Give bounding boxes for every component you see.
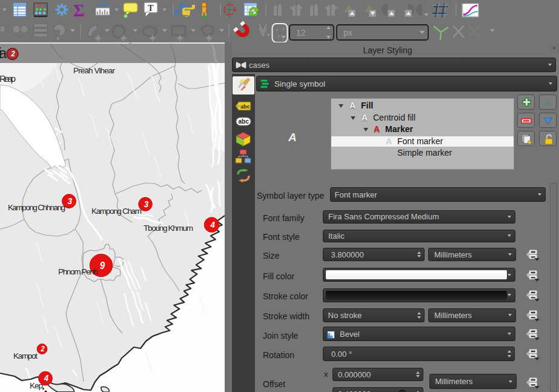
svg-text:ia: ia <box>0 45 7 61</box>
svg-text:2: 2 <box>10 50 15 58</box>
svg-text:Preah Vihear: Preah Vihear <box>73 66 116 75</box>
svg-text:3: 3 <box>144 199 148 209</box>
svg-text:9: 9 <box>100 261 105 271</box>
svg-text:Tboung Khmum: Tboung Khmum <box>144 224 193 233</box>
svg-text:2: 2 <box>40 345 44 353</box>
svg-text:12: 12 <box>296 28 306 38</box>
svg-text:abc: abc <box>239 118 250 125</box>
svg-text:px: px <box>343 28 352 38</box>
svg-text:Σ: Σ <box>73 1 85 20</box>
svg-text:4: 4 <box>210 219 215 230</box>
svg-text:abc: abc <box>240 104 250 110</box>
svg-text:Kampot: Kampot <box>13 351 38 360</box>
svg-text:Kampong Chhnang: Kampong Chhnang <box>8 203 65 212</box>
svg-text:Kep: Kep <box>30 381 43 390</box>
svg-text:4: 4 <box>44 373 48 384</box>
svg-text:Phnom Penh: Phnom Penh <box>58 267 98 276</box>
svg-text:T: T <box>148 4 154 13</box>
svg-text:Reap: Reap <box>0 73 16 84</box>
svg-text:3: 3 <box>68 196 72 206</box>
svg-text:Kampong Cham: Kampong Cham <box>91 207 142 216</box>
